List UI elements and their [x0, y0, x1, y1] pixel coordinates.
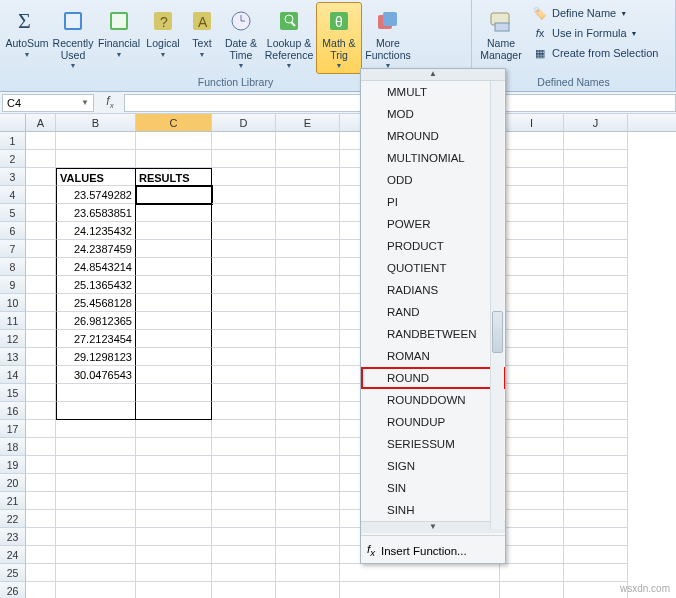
cell[interactable]	[564, 366, 628, 384]
cell[interactable]	[56, 546, 136, 564]
menu-item-mround[interactable]: MROUND	[361, 125, 505, 147]
row-header[interactable]: 11	[0, 312, 26, 330]
cell[interactable]	[26, 150, 56, 168]
cell[interactable]	[564, 240, 628, 258]
cell[interactable]	[212, 384, 276, 402]
date-time-button[interactable]: Date & Time▼	[220, 2, 262, 74]
name-box[interactable]: C4▼	[2, 94, 94, 112]
cell[interactable]	[276, 186, 340, 204]
cell[interactable]	[136, 258, 212, 276]
cell[interactable]	[564, 294, 628, 312]
cell[interactable]	[564, 168, 628, 186]
row-header[interactable]: 4	[0, 186, 26, 204]
cell[interactable]	[564, 186, 628, 204]
cell[interactable]	[136, 582, 212, 598]
cell[interactable]: 24.2387459	[56, 240, 136, 258]
cell[interactable]	[564, 330, 628, 348]
menu-item-rounddown[interactable]: ROUNDDOWN	[361, 389, 505, 411]
cell[interactable]	[136, 294, 212, 312]
cell[interactable]	[136, 510, 212, 528]
cell[interactable]	[26, 456, 56, 474]
cell[interactable]	[276, 222, 340, 240]
row-header[interactable]: 25	[0, 564, 26, 582]
cell[interactable]	[276, 582, 340, 598]
scroll-up-button[interactable]: ▲	[361, 69, 505, 81]
cell[interactable]	[276, 312, 340, 330]
cell[interactable]	[276, 294, 340, 312]
cell[interactable]	[212, 492, 276, 510]
spreadsheet-grid[interactable]: 123VALUESRESULTS423.5749282523.658385162…	[0, 132, 676, 598]
row-header[interactable]: 2	[0, 150, 26, 168]
cell[interactable]	[26, 492, 56, 510]
define-name-button[interactable]: 🏷️Define Name ▼	[530, 4, 660, 22]
menu-item-sign[interactable]: SIGN	[361, 455, 505, 477]
cell[interactable]	[212, 402, 276, 420]
cell[interactable]	[26, 222, 56, 240]
menu-item-mmult[interactable]: MMULT	[361, 81, 505, 103]
cell[interactable]	[136, 222, 212, 240]
cell[interactable]	[136, 474, 212, 492]
row-header[interactable]: 21	[0, 492, 26, 510]
cell[interactable]	[500, 240, 564, 258]
cell[interactable]	[212, 474, 276, 492]
cell[interactable]	[500, 456, 564, 474]
cell[interactable]: 27.2123454	[56, 330, 136, 348]
logical-button[interactable]: ? Logical▼	[142, 2, 184, 74]
cell[interactable]	[26, 258, 56, 276]
cell[interactable]	[564, 582, 628, 598]
cell[interactable]	[500, 276, 564, 294]
cell[interactable]	[56, 384, 136, 402]
cell[interactable]	[276, 420, 340, 438]
menu-scrollbar[interactable]	[490, 81, 504, 529]
cell[interactable]	[212, 312, 276, 330]
row-header[interactable]: 13	[0, 348, 26, 366]
menu-item-mod[interactable]: MOD	[361, 103, 505, 125]
cell[interactable]	[212, 276, 276, 294]
cell[interactable]	[276, 150, 340, 168]
menu-item-radians[interactable]: RADIANS	[361, 279, 505, 301]
cell[interactable]	[276, 564, 340, 582]
menu-item-sinh[interactable]: SINH	[361, 499, 505, 521]
cell[interactable]	[136, 546, 212, 564]
cell[interactable]	[564, 150, 628, 168]
cell[interactable]	[276, 132, 340, 150]
cell[interactable]	[136, 348, 212, 366]
cell[interactable]	[56, 402, 136, 420]
col-C[interactable]: C	[136, 114, 212, 131]
cell[interactable]	[136, 276, 212, 294]
cell[interactable]	[212, 150, 276, 168]
cell[interactable]	[212, 456, 276, 474]
cell[interactable]	[26, 132, 56, 150]
cell[interactable]	[500, 528, 564, 546]
cell[interactable]	[500, 582, 564, 598]
cell[interactable]	[56, 456, 136, 474]
cell[interactable]	[276, 240, 340, 258]
cell[interactable]	[564, 474, 628, 492]
cell[interactable]	[500, 294, 564, 312]
menu-item-randbetween[interactable]: RANDBETWEEN	[361, 323, 505, 345]
cell[interactable]: 23.6583851	[56, 204, 136, 222]
cell[interactable]	[136, 402, 212, 420]
row-header[interactable]: 6	[0, 222, 26, 240]
cell[interactable]	[500, 132, 564, 150]
cell[interactable]	[26, 330, 56, 348]
cell[interactable]: 25.1365432	[56, 276, 136, 294]
row-header[interactable]: 10	[0, 294, 26, 312]
row-header[interactable]: 19	[0, 456, 26, 474]
row-header[interactable]: 5	[0, 204, 26, 222]
cell[interactable]	[26, 438, 56, 456]
row-header[interactable]: 24	[0, 546, 26, 564]
cell[interactable]	[26, 402, 56, 420]
cell[interactable]	[276, 348, 340, 366]
cell[interactable]	[212, 420, 276, 438]
autosum-button[interactable]: Σ AutoSum▼	[4, 2, 50, 74]
cell[interactable]	[500, 168, 564, 186]
cell[interactable]	[212, 330, 276, 348]
cell[interactable]	[276, 402, 340, 420]
cell[interactable]	[26, 546, 56, 564]
cell[interactable]	[56, 132, 136, 150]
select-all-corner[interactable]	[0, 114, 26, 131]
cell[interactable]	[276, 510, 340, 528]
cell[interactable]	[212, 132, 276, 150]
menu-item-rand[interactable]: RAND	[361, 301, 505, 323]
